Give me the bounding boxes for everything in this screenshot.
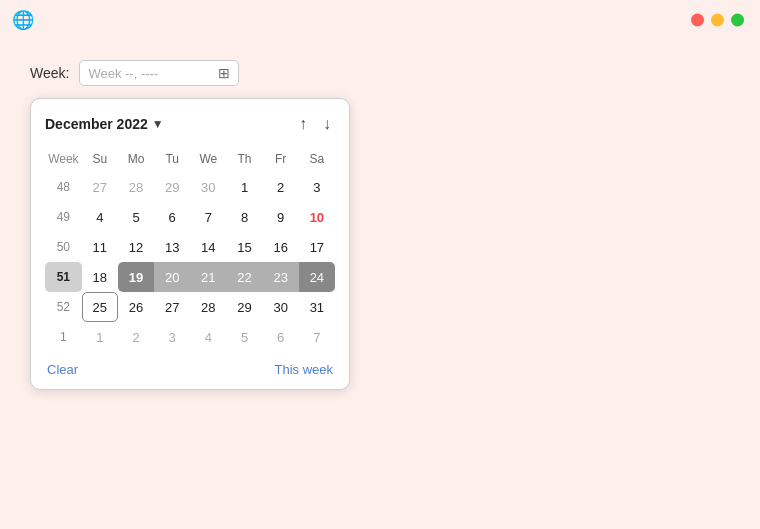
calendar-day[interactable]: 17 — [299, 232, 335, 262]
calendar-day[interactable]: 11 — [82, 232, 118, 262]
calendar-day[interactable]: 14 — [190, 232, 226, 262]
week-col-header: Week — [45, 149, 82, 172]
calendar-day[interactable]: 1 — [226, 172, 262, 202]
chevron-down-icon: ▼ — [152, 117, 164, 131]
calendar-day[interactable]: 8 — [226, 202, 262, 232]
week-number[interactable]: 1 — [45, 322, 82, 352]
globe-icon: 🌐 — [12, 9, 34, 31]
week-number[interactable]: 50 — [45, 232, 82, 262]
calendar-day[interactable]: 28 — [190, 292, 226, 322]
week-label: Week: — [30, 65, 69, 81]
calendar-day[interactable]: 22 — [226, 262, 262, 292]
calendar-day[interactable]: 18 — [82, 262, 118, 292]
calendar-day[interactable]: 1 — [82, 322, 118, 352]
calendar-day[interactable]: 10 — [299, 202, 335, 232]
window-controls — [691, 14, 744, 27]
calendar-day[interactable]: 30 — [190, 172, 226, 202]
calendar-day[interactable]: 15 — [226, 232, 262, 262]
calendar-day[interactable]: 26 — [118, 292, 154, 322]
calendar-day[interactable]: 24 — [299, 262, 335, 292]
calendar-day[interactable]: 3 — [299, 172, 335, 202]
calendar-navigation: ↑ ↓ — [295, 113, 335, 135]
calendar-day[interactable]: 31 — [299, 292, 335, 322]
calendar-day[interactable]: 13 — [154, 232, 190, 262]
sat-header: Sa — [299, 149, 335, 172]
calendar-day[interactable]: 6 — [154, 202, 190, 232]
prev-month-button[interactable]: ↑ — [295, 113, 311, 135]
calendar-grid: Week Su Mo Tu We Th Fr Sa 48272829301234… — [45, 149, 335, 352]
tue-header: Tu — [154, 149, 190, 172]
week-input[interactable]: Week --, ---- ⊞ — [79, 60, 239, 86]
calendar-header: December 2022 ▼ ↑ ↓ — [45, 113, 335, 135]
calendar-day[interactable]: 5 — [226, 322, 262, 352]
calendar-day[interactable]: 25 — [82, 292, 118, 322]
close-button[interactable] — [691, 14, 704, 27]
calendar-day[interactable]: 2 — [263, 172, 299, 202]
minimize-button[interactable] — [711, 14, 724, 27]
calendar-day[interactable]: 27 — [154, 292, 190, 322]
calendar-day[interactable]: 9 — [263, 202, 299, 232]
this-week-button[interactable]: This week — [274, 362, 333, 377]
week-field-row: Week: Week --, ---- ⊞ — [30, 60, 730, 86]
maximize-button[interactable] — [731, 14, 744, 27]
week-number[interactable]: 49 — [45, 202, 82, 232]
calendar-day[interactable]: 27 — [82, 172, 118, 202]
sun-header: Su — [82, 149, 118, 172]
calendar-day[interactable]: 19 — [118, 262, 154, 292]
calendar-day[interactable]: 6 — [263, 322, 299, 352]
calendar-day[interactable]: 2 — [118, 322, 154, 352]
calendar-day[interactable]: 29 — [226, 292, 262, 322]
month-year-label: December 2022 — [45, 116, 148, 132]
down-arrow-icon: ↓ — [323, 115, 331, 133]
calendar-day[interactable]: 4 — [190, 322, 226, 352]
calendar-icon: ⊞ — [218, 65, 230, 81]
calendar-day[interactable]: 16 — [263, 232, 299, 262]
up-arrow-icon: ↑ — [299, 115, 307, 133]
calendar-day[interactable]: 28 — [118, 172, 154, 202]
week-number[interactable]: 48 — [45, 172, 82, 202]
titlebar: 🌐 — [0, 0, 760, 40]
calendar-popup: December 2022 ▼ ↑ ↓ Week Su Mo Tu — [30, 98, 350, 390]
calendar-day[interactable]: 7 — [190, 202, 226, 232]
next-month-button[interactable]: ↓ — [319, 113, 335, 135]
calendar-day[interactable]: 23 — [263, 262, 299, 292]
week-number[interactable]: 52 — [45, 292, 82, 322]
calendar-day[interactable]: 20 — [154, 262, 190, 292]
calendar-day[interactable]: 3 — [154, 322, 190, 352]
calendar-day[interactable]: 30 — [263, 292, 299, 322]
week-number[interactable]: 51 — [45, 262, 82, 292]
calendar-day[interactable]: 7 — [299, 322, 335, 352]
calendar-footer: Clear This week — [45, 362, 335, 377]
calendar-day[interactable]: 29 — [154, 172, 190, 202]
month-selector-button[interactable]: December 2022 ▼ — [45, 116, 164, 132]
wed-header: We — [190, 149, 226, 172]
calendar-day[interactable]: 12 — [118, 232, 154, 262]
week-input-text: Week --, ---- — [88, 66, 212, 81]
mon-header: Mo — [118, 149, 154, 172]
fri-header: Fr — [263, 149, 299, 172]
main-content: Week: Week --, ---- ⊞ December 2022 ▼ ↑ … — [0, 40, 760, 410]
calendar-day[interactable]: 4 — [82, 202, 118, 232]
calendar-day[interactable]: 5 — [118, 202, 154, 232]
thu-header: Th — [226, 149, 262, 172]
calendar-day[interactable]: 21 — [190, 262, 226, 292]
clear-button[interactable]: Clear — [47, 362, 78, 377]
